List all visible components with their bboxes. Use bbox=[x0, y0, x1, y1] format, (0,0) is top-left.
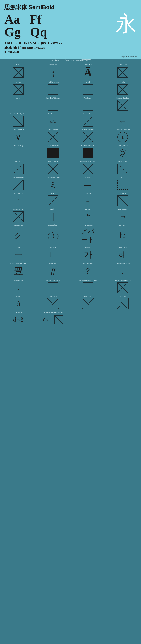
grid-row-2: IPA Ext Modifier Letters Greek Cyrillic bbox=[1, 80, 140, 96]
cell-label-kanbun: Kanbun bbox=[50, 208, 56, 210]
char-hangul-ga: 가 bbox=[84, 249, 92, 260]
grid-cell-kangxi: Kangxi bbox=[70, 176, 105, 192]
placeholder-currency bbox=[117, 100, 128, 111]
grid-cell-jamoextb: Jamo Ext B 혜 bbox=[105, 246, 140, 262]
cell-label-miscsymbols: Misc Symbols bbox=[118, 145, 128, 147]
cell-label-verticalforms: Vertical Forms bbox=[83, 262, 93, 264]
grid-cell-latinextadd: Latin Ext Additional bbox=[36, 96, 71, 112]
grid-row-11: Katakana Ext ク Enclosed CJK (㇁) CJK Comp… bbox=[1, 224, 140, 246]
cell-label-enclosedcjk: Enclosed CJK bbox=[48, 224, 58, 226]
cell-content-alphabeticpf: ff bbox=[36, 265, 70, 277]
cell-label-suppunct: Sup Punctuation bbox=[12, 176, 24, 178]
grid-cell-currency: Currency Symbols bbox=[105, 96, 140, 112]
placeholder-ascii bbox=[13, 67, 24, 78]
cell-content-idc bbox=[106, 179, 140, 190]
cell-label-cjksymbols: CJK Symbols bbox=[13, 192, 23, 194]
cell-label-blockelements: Block Elements bbox=[48, 145, 58, 147]
char-big-a: Ā bbox=[84, 66, 92, 79]
cell-label-latinextadd: Latin Ext Additional bbox=[46, 97, 60, 99]
grid-cell-hangul: Hangul 가 bbox=[70, 246, 105, 262]
cell-content-cjkcompat: アパート bbox=[71, 227, 105, 244]
cell-content-jamoextb: 혜 bbox=[106, 249, 140, 260]
digits-display: 0123456789 bbox=[4, 50, 137, 54]
grid-cell-cjkexta: CJK Ext A 比 bbox=[105, 224, 140, 246]
grid-row-9: CJK Symbols ` Hiragana Katakana = Bopomo… bbox=[1, 192, 140, 208]
cell-label-jamoexta: Jamo Ext A bbox=[49, 246, 57, 248]
grid-row-14: Small Forms , Half And Full Forms Enclos… bbox=[1, 279, 140, 295]
cell-label-cjkextb: CJK Ext B bbox=[15, 295, 22, 297]
latin-sample: Aa Ff Gg Qq bbox=[4, 13, 52, 38]
placeholder-bopomofo bbox=[117, 196, 128, 206]
char-katakana-mi: ミ bbox=[49, 181, 57, 189]
cell-content-katakana: = bbox=[71, 195, 105, 206]
grid-cell-cjkextd: CJK Ext D bbox=[70, 295, 105, 311]
cell-label-ascii: ASCII bbox=[16, 64, 20, 66]
placeholder-cjkexte bbox=[117, 298, 129, 310]
placeholder-latinextb bbox=[117, 67, 128, 78]
cell-content-cjkcompatforms: ·· bbox=[106, 265, 140, 277]
cell-content-hangul: 가 bbox=[71, 249, 105, 260]
cell-content-greek bbox=[71, 84, 105, 95]
cell-label-cjkradicalssup: CJK Radicals Sup bbox=[47, 176, 60, 178]
grid-cell-smallforms: Small Forms , bbox=[1, 279, 36, 295]
cell-label-idc: IDC bbox=[122, 176, 124, 178]
cell-content-cjkexte bbox=[106, 298, 140, 310]
char-hangul-hye: 혜 bbox=[119, 249, 127, 260]
cell-label-mathop: Math Operators bbox=[13, 129, 24, 131]
cell-label-jamoextb: Jamo Ext B bbox=[119, 246, 127, 248]
grid-cell-cjk: CJK 一 bbox=[1, 246, 36, 262]
grid-cell-cjkcompat: CJK Compat アパート bbox=[70, 224, 105, 246]
alphabet-display: ABCDEFGHIJKLMNOPQRSTUVWXYZ abcdefghijklm… bbox=[0, 41, 141, 56]
font-title: 思源宋体 SemiBold bbox=[4, 4, 137, 11]
cell-content-verticalforms: ? bbox=[71, 265, 105, 277]
grid-cell-idc: IDC bbox=[105, 176, 140, 192]
char-kangxi-lines bbox=[84, 184, 92, 186]
char-comma-small: , bbox=[18, 285, 19, 290]
sun-svg bbox=[118, 148, 128, 158]
cell-label-bopomofoext: Bopomofo Ext bbox=[83, 208, 93, 210]
char-strokes: ㇉ bbox=[120, 212, 126, 221]
grid-cell-cjkstrokes: CJK Strokes ㇉ bbox=[105, 208, 140, 224]
cell-content-currency bbox=[106, 100, 140, 111]
cell-content-diacritics bbox=[1, 116, 35, 127]
grid-cell-cjkextb: CJK Ext B ð bbox=[1, 295, 36, 311]
grid-cell-verticalforms: Vertical Forms ? bbox=[70, 262, 105, 279]
cell-content-cjkcompatideographssup: ð¬ — bbox=[36, 314, 70, 325]
cell-content-geometricshapes bbox=[71, 148, 105, 158]
char-exclaim-i: ¡ bbox=[52, 68, 54, 77]
cell-label-katakana: Katakana bbox=[85, 192, 91, 194]
cell-label-latinexta: Latin Ext A bbox=[84, 64, 92, 66]
cell-content-enclosedalphanum: 1 bbox=[106, 132, 140, 143]
grid-cell-modletters: Modifier Letters bbox=[36, 80, 71, 96]
char-ff-lig: ff bbox=[51, 266, 55, 276]
cell-content-letterlike: a/c bbox=[36, 116, 70, 127]
cell-content-jamo: ¬ bbox=[1, 100, 35, 111]
cell-content-ascii bbox=[1, 66, 35, 79]
cell-content-latinextb bbox=[106, 66, 140, 79]
grid-cell-numberforms: Number Forms bbox=[70, 112, 105, 128]
grid-row-7: Dingbats Sup Arrows B Misc Math Symbols … bbox=[1, 160, 140, 176]
cell-label-enclosedalphanumsup: Enclosed Alphanum Sup bbox=[79, 280, 97, 282]
cell-content-latin1sup: ¡ bbox=[36, 66, 70, 79]
cell-content-hiragana bbox=[36, 195, 70, 206]
cell-label-diacritics: Diacritics For Symbols bbox=[10, 113, 26, 115]
cell-label-cyrillic: Cyrillic bbox=[120, 81, 125, 83]
grid-cell-cjkcompatideographssup: CJK Compat Ideographs Sup ð¬ — bbox=[36, 311, 71, 327]
svg-line-5 bbox=[120, 150, 121, 151]
grid-cell-jamo: Jamo ¬ bbox=[1, 96, 36, 112]
cjkextf-chars: ð ¬ ð bbox=[13, 316, 24, 324]
char-vline: ｜ bbox=[49, 211, 57, 222]
placeholder-cjkextd bbox=[82, 298, 94, 310]
grid-row-4: Diacritics For Symbols Letterlike Symbol… bbox=[1, 112, 140, 128]
cell-label-latin1sup: Latin 1 Sup bbox=[49, 64, 57, 66]
svg-point-0 bbox=[121, 151, 125, 155]
cell-label-enclosedideographicsup: Enclosed Ideographic Sup bbox=[114, 280, 132, 282]
cell-content-blockelements bbox=[36, 148, 70, 158]
placeholder-hiragana bbox=[48, 196, 58, 206]
grid-cell-enclosedideographicsup: Enclosed Ideographic Sup bbox=[105, 279, 140, 295]
latin-sample-row2: Gg Qq bbox=[4, 26, 47, 38]
cell-content-arrows: ← bbox=[106, 116, 140, 127]
cell-content-miscsymbols bbox=[106, 148, 140, 158]
cell-content-punctuation bbox=[71, 100, 105, 111]
font-source-text: Font Source: http://www.fontke.com/font/… bbox=[0, 58, 141, 62]
